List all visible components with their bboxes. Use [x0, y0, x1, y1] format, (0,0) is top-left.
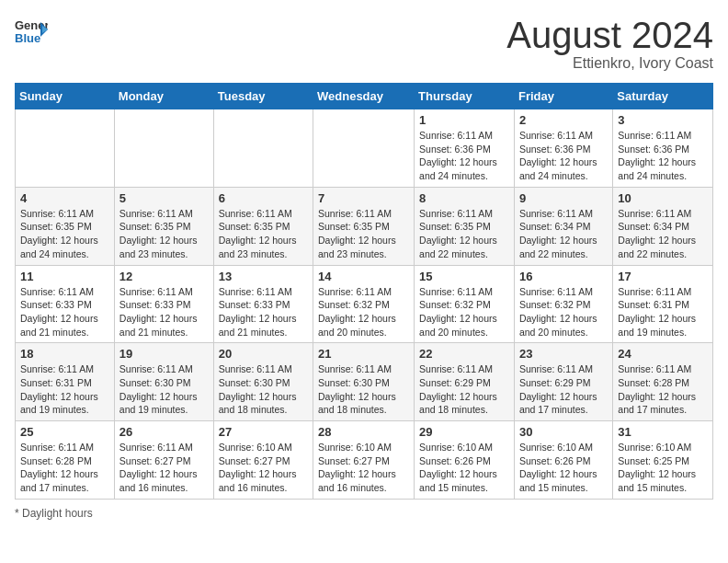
calendar-cell: 28Sunrise: 6:10 AM Sunset: 6:27 PM Dayli…	[313, 421, 415, 500]
day-number: 2	[519, 113, 608, 127]
day-number: 20	[219, 347, 308, 361]
day-number: 25	[20, 425, 109, 439]
day-number: 27	[219, 425, 308, 439]
day-number: 8	[419, 191, 509, 205]
day-number: 1	[419, 113, 509, 127]
day-number: 24	[618, 347, 708, 361]
day-number: 19	[119, 347, 209, 361]
calendar-week-2: 4Sunrise: 6:11 AM Sunset: 6:35 PM Daylig…	[16, 187, 713, 265]
day-number: 15	[419, 270, 509, 283]
calendar-cell: 29Sunrise: 6:10 AM Sunset: 6:26 PM Dayli…	[415, 421, 515, 500]
calendar-cell: 21Sunrise: 6:11 AM Sunset: 6:30 PM Dayli…	[313, 343, 415, 421]
day-info: Sunrise: 6:11 AM Sunset: 6:28 PM Dayligh…	[20, 441, 109, 495]
day-info: Sunrise: 6:11 AM Sunset: 6:34 PM Dayligh…	[618, 207, 708, 261]
day-info: Sunrise: 6:11 AM Sunset: 6:35 PM Dayligh…	[20, 207, 109, 261]
calendar-cell: 19Sunrise: 6:11 AM Sunset: 6:30 PM Dayli…	[114, 343, 213, 421]
calendar-week-1: 1Sunrise: 6:11 AM Sunset: 6:36 PM Daylig…	[16, 109, 713, 188]
day-info: Sunrise: 6:11 AM Sunset: 6:31 PM Dayligh…	[618, 285, 708, 339]
day-number: 7	[318, 191, 409, 205]
day-number: 31	[618, 425, 708, 439]
calendar-cell: 17Sunrise: 6:11 AM Sunset: 6:31 PM Dayli…	[613, 265, 713, 343]
calendar-cell: 9Sunrise: 6:11 AM Sunset: 6:34 PM Daylig…	[514, 187, 612, 265]
footer-note: * Daylight hours	[15, 507, 713, 520]
day-number: 16	[519, 270, 608, 283]
day-number: 30	[519, 425, 608, 439]
calendar-cell: 11Sunrise: 6:11 AM Sunset: 6:33 PM Dayli…	[16, 265, 115, 343]
calendar-cell: 23Sunrise: 6:11 AM Sunset: 6:29 PM Dayli…	[514, 343, 612, 421]
day-number: 21	[318, 347, 409, 361]
calendar-cell: 10Sunrise: 6:11 AM Sunset: 6:34 PM Dayli…	[613, 187, 713, 265]
calendar-cell: 5Sunrise: 6:11 AM Sunset: 6:35 PM Daylig…	[114, 187, 213, 265]
col-header-tuesday: Tuesday	[213, 84, 313, 109]
calendar-cell: 12Sunrise: 6:11 AM Sunset: 6:33 PM Dayli…	[114, 265, 213, 343]
day-info: Sunrise: 6:11 AM Sunset: 6:30 PM Dayligh…	[219, 362, 308, 417]
day-number: 5	[119, 191, 209, 205]
day-info: Sunrise: 6:11 AM Sunset: 6:29 PM Dayligh…	[519, 362, 608, 417]
day-number: 23	[519, 347, 608, 361]
day-info: Sunrise: 6:10 AM Sunset: 6:27 PM Dayligh…	[219, 441, 308, 495]
day-number: 17	[618, 270, 708, 283]
calendar-cell: 25Sunrise: 6:11 AM Sunset: 6:28 PM Dayli…	[16, 421, 115, 500]
calendar-cell: 20Sunrise: 6:11 AM Sunset: 6:30 PM Dayli…	[213, 343, 313, 421]
day-info: Sunrise: 6:11 AM Sunset: 6:31 PM Dayligh…	[20, 362, 109, 417]
day-info: Sunrise: 6:11 AM Sunset: 6:35 PM Dayligh…	[318, 207, 409, 261]
calendar-week-4: 18Sunrise: 6:11 AM Sunset: 6:31 PM Dayli…	[16, 343, 713, 421]
day-info: Sunrise: 6:11 AM Sunset: 6:35 PM Dayligh…	[119, 207, 209, 261]
day-number: 26	[119, 425, 209, 439]
day-number: 22	[419, 347, 509, 361]
day-info: Sunrise: 6:11 AM Sunset: 6:35 PM Dayligh…	[219, 207, 308, 261]
day-info: Sunrise: 6:11 AM Sunset: 6:36 PM Dayligh…	[519, 129, 608, 183]
calendar-cell: 16Sunrise: 6:11 AM Sunset: 6:32 PM Dayli…	[514, 265, 612, 343]
day-number: 6	[219, 191, 308, 205]
day-number: 13	[219, 270, 308, 283]
day-info: Sunrise: 6:11 AM Sunset: 6:35 PM Dayligh…	[419, 207, 509, 261]
day-info: Sunrise: 6:11 AM Sunset: 6:32 PM Dayligh…	[519, 285, 608, 339]
calendar-cell: 3Sunrise: 6:11 AM Sunset: 6:36 PM Daylig…	[613, 109, 713, 188]
calendar-cell: 6Sunrise: 6:11 AM Sunset: 6:35 PM Daylig…	[213, 187, 313, 265]
day-info: Sunrise: 6:11 AM Sunset: 6:28 PM Dayligh…	[618, 362, 708, 417]
calendar-table: SundayMondayTuesdayWednesdayThursdayFrid…	[15, 83, 713, 500]
day-info: Sunrise: 6:10 AM Sunset: 6:27 PM Dayligh…	[318, 441, 409, 495]
calendar-cell: 26Sunrise: 6:11 AM Sunset: 6:27 PM Dayli…	[114, 421, 213, 500]
day-info: Sunrise: 6:11 AM Sunset: 6:27 PM Dayligh…	[119, 441, 209, 495]
month-title: August 2024	[506, 15, 713, 55]
day-number: 3	[618, 113, 708, 127]
calendar-week-5: 25Sunrise: 6:11 AM Sunset: 6:28 PM Dayli…	[16, 421, 713, 500]
day-info: Sunrise: 6:10 AM Sunset: 6:26 PM Dayligh…	[519, 441, 608, 495]
day-info: Sunrise: 6:11 AM Sunset: 6:32 PM Dayligh…	[318, 285, 409, 339]
day-info: Sunrise: 6:10 AM Sunset: 6:25 PM Dayligh…	[618, 441, 708, 495]
day-info: Sunrise: 6:11 AM Sunset: 6:34 PM Dayligh…	[519, 207, 608, 261]
footer-label: Daylight hours	[22, 507, 93, 520]
day-number: 10	[618, 191, 708, 205]
col-header-thursday: Thursday	[415, 84, 515, 109]
day-number: 11	[20, 270, 109, 283]
calendar-cell: 4Sunrise: 6:11 AM Sunset: 6:35 PM Daylig…	[16, 187, 115, 265]
calendar-header-row: SundayMondayTuesdayWednesdayThursdayFrid…	[16, 84, 713, 109]
calendar-cell	[313, 109, 415, 188]
calendar-cell	[114, 109, 213, 188]
logo: General Blue	[15, 15, 48, 48]
day-number: 28	[318, 425, 409, 439]
calendar-cell: 14Sunrise: 6:11 AM Sunset: 6:32 PM Dayli…	[313, 265, 415, 343]
location-subtitle: Ettienkro, Ivory Coast	[506, 55, 713, 72]
day-info: Sunrise: 6:11 AM Sunset: 6:36 PM Dayligh…	[419, 129, 509, 183]
calendar-cell: 27Sunrise: 6:10 AM Sunset: 6:27 PM Dayli…	[213, 421, 313, 500]
day-number: 12	[119, 270, 209, 283]
calendar-week-3: 11Sunrise: 6:11 AM Sunset: 6:33 PM Dayli…	[16, 265, 713, 343]
page-container: General Blue August 2024 Ettienkro, Ivor…	[15, 15, 713, 520]
calendar-cell: 18Sunrise: 6:11 AM Sunset: 6:31 PM Dayli…	[16, 343, 115, 421]
day-number: 14	[318, 270, 409, 283]
calendar-cell: 2Sunrise: 6:11 AM Sunset: 6:36 PM Daylig…	[514, 109, 612, 188]
calendar-cell: 8Sunrise: 6:11 AM Sunset: 6:35 PM Daylig…	[415, 187, 515, 265]
day-info: Sunrise: 6:11 AM Sunset: 6:33 PM Dayligh…	[219, 285, 308, 339]
day-number: 9	[519, 191, 608, 205]
calendar-cell: 13Sunrise: 6:11 AM Sunset: 6:33 PM Dayli…	[213, 265, 313, 343]
day-info: Sunrise: 6:11 AM Sunset: 6:33 PM Dayligh…	[119, 285, 209, 339]
svg-text:Blue: Blue	[15, 31, 40, 45]
day-info: Sunrise: 6:11 AM Sunset: 6:32 PM Dayligh…	[419, 285, 509, 339]
header: General Blue August 2024 Ettienkro, Ivor…	[15, 15, 713, 72]
calendar-cell: 31Sunrise: 6:10 AM Sunset: 6:25 PM Dayli…	[613, 421, 713, 500]
day-number: 29	[419, 425, 509, 439]
day-info: Sunrise: 6:11 AM Sunset: 6:36 PM Dayligh…	[618, 129, 708, 183]
calendar-cell: 22Sunrise: 6:11 AM Sunset: 6:29 PM Dayli…	[415, 343, 515, 421]
